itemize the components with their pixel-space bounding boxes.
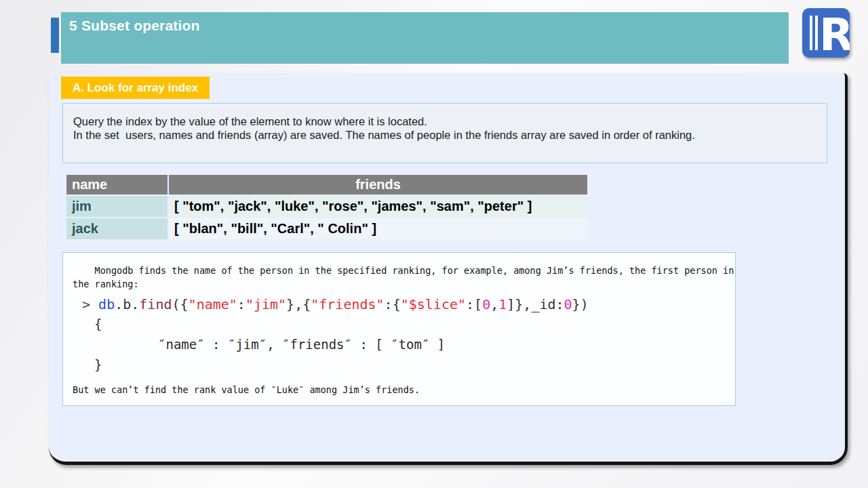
table-header-row: name friends: [66, 175, 587, 195]
code-token: .: [131, 296, 139, 312]
code-token: },{: [286, 296, 311, 312]
code-token: db: [98, 296, 115, 312]
code-token: b: [123, 296, 131, 312]
output-close-brace: }: [94, 354, 735, 375]
column-header-friends: friends: [169, 175, 587, 195]
description-box: Query the index by the value of the elem…: [62, 103, 827, 163]
description-line2: In the set users, names and friends (arr…: [73, 129, 695, 141]
table-row: jim [ "tom", "jack", "luke", "rose", "ja…: [66, 196, 587, 217]
code-token: >: [82, 296, 98, 312]
column-header-name: name: [66, 175, 167, 195]
code-token: "friends": [311, 296, 384, 312]
code-token: ({: [172, 296, 189, 312]
page-title: 5 Subset operation: [69, 18, 200, 34]
code-token: :{: [384, 296, 401, 312]
table-row: jack [ "blan", "bill", "Carl", " Colin" …: [66, 218, 587, 239]
code-token: find: [139, 296, 172, 312]
code-token: ,: [490, 296, 498, 312]
code-token: .: [115, 296, 123, 312]
code-token: :[: [466, 296, 482, 312]
code-token: "name": [189, 296, 237, 312]
name-cell: jack: [66, 218, 167, 239]
code-token: 1: [498, 296, 507, 312]
users-table: name friends jim [ "tom", "jack", "luke"…: [65, 174, 589, 241]
r-logo-icon: R: [802, 8, 850, 58]
svg-text:R: R: [819, 9, 850, 58]
friends-cell: [ "tom", "jack", "luke", "rose", "james"…: [169, 196, 587, 217]
code-example-box: Mongodb finds the name of the person in …: [62, 252, 736, 406]
slide: 5 Subset operation R A. Look for array i…: [0, 0, 868, 488]
code-token: "$slice": [401, 296, 466, 312]
code-query-line: > db.b.find({"name":"jim"},{"friends":{"…: [82, 295, 735, 314]
section-badge: A. Look for array index: [61, 77, 210, 99]
content-panel: A. Look for array index Query the index …: [49, 73, 848, 465]
title-accent-bar: [51, 18, 59, 53]
description-line1: Query the index by the value of the elem…: [73, 115, 427, 127]
code-token: :: [237, 296, 245, 312]
output-open-brace: {: [94, 314, 735, 334]
code-token: }): [572, 296, 589, 312]
code-token: 0: [482, 296, 490, 312]
code-token: ]},_id:: [507, 296, 564, 312]
code-token: 0: [564, 296, 572, 312]
output-body: ″name″ : ″jim″, ″friends″ : [ ″tom″ ]: [158, 334, 735, 354]
friends-cell: [ "blan", "bill", "Carl", " Colin" ]: [169, 218, 587, 239]
code-note-text: But we can’t find the rank value of ″Luk…: [73, 384, 735, 396]
code-token: "jim": [245, 296, 286, 312]
code-intro-text: Mongodb finds the name of the person in …: [73, 264, 735, 291]
name-cell: jim: [66, 196, 167, 217]
